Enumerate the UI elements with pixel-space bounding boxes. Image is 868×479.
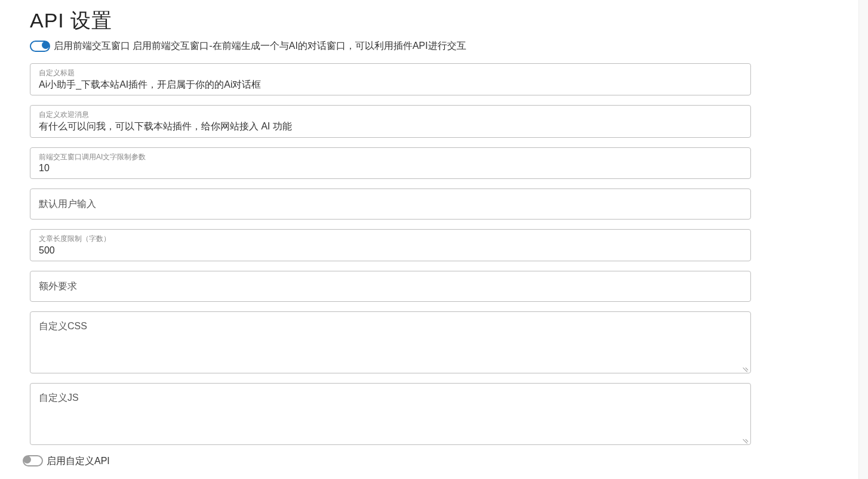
content-area: API 设置 启用前端交互窗口 启用前端交互窗口-在前端生成一个与AI的对话窗口…	[0, 7, 781, 479]
input-article-length[interactable]	[39, 245, 742, 256]
resize-handle-icon[interactable]	[742, 436, 749, 443]
toggle-frontend-window-label: 启用前端交互窗口 启用前端交互窗口-在前端生成一个与AI的对话窗口，可以利用插件…	[54, 39, 466, 52]
field-default-user-input	[30, 188, 751, 220]
input-default-user-input[interactable]	[39, 199, 742, 209]
field-custom-js	[30, 383, 751, 445]
field-custom-css	[30, 311, 751, 373]
toggle-custom-api-row: 启用自定义API	[23, 455, 751, 468]
field-custom-title: 自定义标题	[30, 63, 751, 95]
input-custom-title[interactable]	[39, 79, 742, 90]
textarea-custom-js[interactable]	[39, 392, 742, 434]
switch-thumb-icon	[42, 41, 50, 49]
field-article-length: 文章长度限制（字数）	[30, 229, 751, 261]
resize-handle-icon[interactable]	[742, 364, 749, 372]
input-welcome-message[interactable]	[39, 122, 742, 132]
label-article-length: 文章长度限制（字数）	[39, 234, 742, 244]
label-text-limit: 前端交互窗口调用AI文字限制参数	[39, 153, 742, 162]
toggle-frontend-window-row: 启用前端交互窗口 启用前端交互窗口-在前端生成一个与AI的对话窗口，可以利用插件…	[30, 39, 751, 52]
label-welcome-message: 自定义欢迎消息	[39, 110, 742, 120]
page-container: API 设置 启用前端交互窗口 启用前端交互窗口-在前端生成一个与AI的对话窗口…	[0, 0, 868, 479]
textarea-custom-css[interactable]	[39, 320, 742, 362]
toggle-custom-api[interactable]	[23, 455, 43, 466]
page-title: API 设置	[30, 7, 751, 35]
field-text-limit: 前端交互窗口调用AI文字限制参数	[30, 147, 751, 180]
scrollbar-track[interactable]	[858, 0, 868, 479]
toggle-frontend-window[interactable]	[30, 41, 50, 52]
toggle-custom-api-label: 启用自定义API	[47, 455, 110, 468]
input-extra-requirements[interactable]	[39, 281, 742, 292]
input-text-limit[interactable]	[39, 163, 742, 174]
field-extra-requirements	[30, 271, 751, 302]
label-custom-title: 自定义标题	[39, 69, 742, 78]
field-welcome-message: 自定义欢迎消息	[30, 105, 751, 137]
